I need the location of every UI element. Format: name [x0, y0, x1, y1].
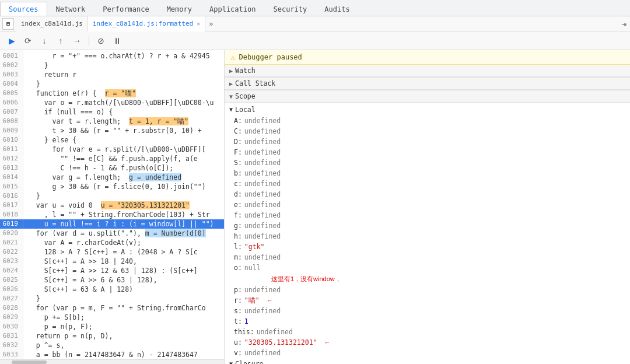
line-number: 6025 — [0, 275, 23, 285]
line-number: 6015 — [0, 182, 23, 191]
file-tab-close[interactable]: ✕ — [197, 20, 200, 27]
step-over-button[interactable]: ⟳ — [21, 34, 35, 48]
scope-value: undefined — [244, 348, 281, 358]
warning-icon: ⚠ — [230, 52, 235, 62]
code-line-6033: 6033 a = bb (n = 2147483647 & n) - 21474… — [0, 350, 224, 359]
local-item: v:undefined — [225, 348, 630, 358]
code-line-6021: 6021 var A = r.charCodeAt(v); — [0, 238, 224, 247]
scope-key: s: — [234, 306, 242, 316]
line-number: 6017 — [0, 201, 23, 210]
line-content: S[c++] = A >> 18 | 240, — [23, 257, 137, 266]
line-number: 6033 — [0, 350, 23, 359]
line-content: } — [23, 294, 40, 303]
local-item: u:"320305.131321201"← — [225, 337, 630, 348]
deactivate-button[interactable]: ⊘ — [94, 34, 108, 48]
file-tabs-row: ⊞ index_c8a141d.js index_c8a141d.js:form… — [0, 16, 630, 32]
line-number: 6029 — [0, 313, 23, 322]
file-tab-original[interactable]: index_c8a141d.js — [16, 16, 88, 32]
scope-section: ▼ Scope ▼ Local A:undefinedC:undefinedD:… — [225, 90, 630, 364]
right-scroll[interactable]: ▶ Watch ▶ Call Stack ▼ Scope — [225, 65, 630, 364]
code-line-6003: 6003 return r — [0, 70, 224, 79]
tab-security[interactable]: Security — [264, 2, 316, 16]
scope-header[interactable]: ▼ Scope — [225, 90, 630, 103]
local-item: D:undefined — [225, 136, 630, 147]
local-item: s:undefined — [225, 306, 630, 316]
scope-value: undefined — [244, 116, 281, 125]
tab-application[interactable]: Application — [201, 2, 264, 16]
step-out-button[interactable]: ↑ — [54, 34, 68, 48]
line-content: } — [23, 191, 40, 201]
scope-value: undefined — [244, 221, 281, 230]
file-tabs-more[interactable]: » — [205, 20, 216, 28]
local-item: A:undefined — [225, 116, 630, 126]
line-content: var o = r.match(/[\uD800-\uDBFF][\uDC00-… — [23, 98, 214, 107]
scope-key: u: — [234, 338, 242, 347]
local-item: b:undefined — [225, 168, 630, 178]
code-line-6026: 6026 S[c++] = 63 & A | 128) — [0, 285, 224, 294]
scope-key: F: — [234, 148, 242, 157]
step-into-button[interactable]: ↓ — [37, 34, 51, 48]
annotation-r: ← — [267, 296, 273, 305]
scope-key: C: — [234, 127, 242, 136]
line-number: 6002 — [0, 61, 23, 70]
scope-value: undefined — [244, 169, 281, 178]
scope-key: p: — [234, 285, 242, 295]
chinese-annotation: 这里有1，没有window， — [225, 273, 630, 285]
debugger-banner: ⚠ Debugger paused — [225, 50, 630, 65]
line-content: 128 > A ? S[c++] = A : (2048 > A ? S[c — [23, 247, 198, 257]
line-number: 6019 — [0, 219, 23, 229]
line-content: p += S[b]; — [23, 313, 85, 322]
toolbar-separator — [89, 36, 89, 46]
line-content: } — [23, 79, 40, 89]
code-line-6016: 6016 } — [0, 191, 224, 201]
code-line-6018: 6018 , l = "" + String.fromCharCode(103)… — [0, 210, 224, 219]
line-content: for (var d = u.split("."), m = Number(d[… — [23, 229, 206, 238]
tab-sources[interactable]: Sources — [0, 2, 47, 16]
scope-value: "320305.131321201" — [244, 338, 317, 347]
file-tab-icon[interactable]: ⊞ — [2, 18, 14, 30]
code-line-6008: 6008 var t = r.length; t = 1, r = "喵" — [0, 117, 224, 126]
local-header[interactable]: ▼ Local — [225, 104, 630, 116]
scope-key: t: — [234, 317, 242, 326]
step-button[interactable]: → — [70, 34, 84, 48]
scope-value: null — [244, 263, 261, 272]
file-tab-formatted[interactable]: index_c8a141d.js:formatted ✕ — [88, 16, 205, 32]
tab-performance[interactable]: Performance — [94, 2, 158, 16]
tab-audits[interactable]: Audits — [316, 2, 358, 16]
file-tab-formatted-label: index_c8a141d.js:formatted — [93, 20, 193, 27]
scope-key: this: — [234, 327, 254, 337]
code-line-6004: 6004 } — [0, 79, 224, 89]
closure-header[interactable]: ▼ Closure — [225, 358, 630, 364]
line-number: 6006 — [0, 98, 23, 107]
tab-network[interactable]: Network — [47, 2, 94, 16]
code-line-6032: 6032 p ^= s, — [0, 341, 224, 350]
line-number: 6008 — [0, 117, 23, 126]
code-line-6009: 6009 t > 30 && (r = "" + r.substr(0, 10)… — [0, 126, 224, 135]
scope-key: o: — [234, 263, 242, 272]
local-item: h:undefined — [225, 231, 630, 242]
line-content: , l = "" + String.fromCharCode(103) + St… — [23, 210, 210, 219]
line-number: 6001 — [0, 51, 23, 61]
code-scrollbar-x[interactable] — [0, 359, 224, 364]
tab-memory[interactable]: Memory — [158, 2, 201, 16]
call-stack-header[interactable]: ▶ Call Stack — [225, 78, 630, 90]
code-line-6024: 6024 S[c++] = A >> 12 & 63 | 128) : (S[c… — [0, 266, 224, 275]
line-number: 6022 — [0, 247, 23, 257]
line-number: 6013 — [0, 163, 23, 173]
scope-content: ▼ Local A:undefinedC:undefinedD:undefine… — [225, 103, 630, 364]
line-content: r = "+" === o.charAt(t) ? r + a & 42945 — [23, 51, 210, 61]
scope-key: b: — [234, 169, 242, 178]
watch-header[interactable]: ▶ Watch — [225, 65, 630, 77]
scope-value: undefined — [244, 137, 281, 146]
local-item: t:1 — [225, 316, 630, 327]
resume-button[interactable]: ▶ — [5, 34, 19, 48]
call-stack-section: ▶ Call Stack — [225, 78, 630, 90]
local-item: C:undefined — [225, 126, 630, 136]
code-scroll[interactable]: 5993 }5994 return Array.from(r)5995 }599… — [0, 50, 224, 359]
pause-on-exception-button[interactable]: ⏸ — [110, 34, 124, 48]
line-number: 6027 — [0, 294, 23, 303]
file-tabs-right-icon[interactable]: ⇥ — [622, 19, 630, 29]
line-content: } else { — [23, 135, 76, 145]
call-stack-label: Call Stack — [235, 79, 275, 88]
scope-value: undefined — [244, 127, 281, 136]
